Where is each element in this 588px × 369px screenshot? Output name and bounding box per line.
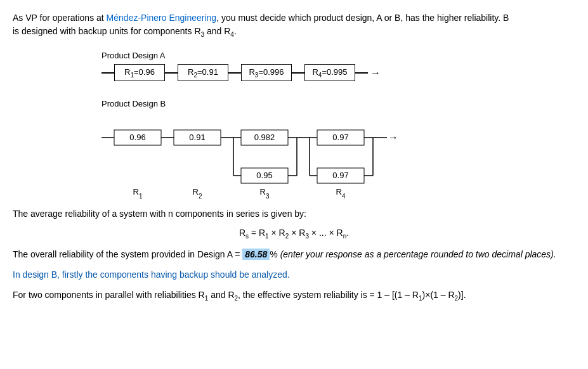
svg-text:0.97: 0.97 (332, 171, 348, 180)
svg-text:R3: R3 (260, 187, 270, 200)
intro-text3: is designed with backup units for compon… (13, 26, 201, 36)
series-text: The average reliability of a system with… (13, 207, 575, 221)
line-a3 (292, 72, 304, 74)
design-a-label: Product Design A (101, 51, 575, 60)
reliability-paragraph: The overall reliability of the system pr… (13, 247, 575, 261)
svg-text:R4: R4 (336, 187, 346, 200)
line-a2 (228, 72, 241, 74)
svg-text:0.96: 0.96 (129, 133, 145, 142)
design-b-text: In design B, firstly the components havi… (13, 268, 575, 282)
reliability-value: 86.58 (242, 249, 270, 260)
intro-text1: As VP for operations at (13, 13, 107, 23)
pf-text5: )]. (458, 290, 466, 300)
design-a-comp4: R4=0.995 (304, 64, 355, 82)
intro-text4: and R (204, 26, 230, 36)
pf-text4: )×(1 – R (422, 290, 455, 300)
design-a-section: Product Design A R1=0.96 R2=0.91 R3=0.99… (101, 51, 575, 82)
svg-text:0.97: 0.97 (332, 133, 348, 142)
pf-text1: For two components in parallel with reli… (13, 290, 205, 300)
svg-text:R2: R2 (193, 187, 202, 200)
intro-paragraph: As VP for operations at Méndez-Pinero En… (13, 11, 575, 39)
svg-text:0.95: 0.95 (256, 171, 272, 180)
design-b-section: Product Design B 0.96 0.91 0.982 0.95 (101, 99, 575, 203)
design-b-label: Product Design B (101, 99, 575, 108)
formula-display: Rs = R1 × R2 × R3 × ... × Rn. (13, 228, 575, 240)
reliability-italic: (enter your response as a percentage rou… (280, 249, 556, 259)
svg-text:R1: R1 (133, 187, 143, 200)
pf-text2: and R (208, 290, 234, 300)
arrow-end-a: → (370, 67, 381, 79)
design-a-diagram: R1=0.96 R2=0.91 R3=0.996 R4=0.995 → (101, 64, 575, 82)
parallel-formula-text: For two components in parallel with reli… (13, 288, 575, 304)
svg-text:0.91: 0.91 (189, 133, 205, 142)
intro-text5: . (234, 26, 237, 36)
svg-text:→: → (388, 132, 398, 143)
reliability-text1: The overall reliability of the system pr… (13, 249, 242, 259)
reliability-text2: % (270, 249, 280, 259)
line-a4 (355, 72, 368, 74)
intro-text2: , you must decide which product design, … (216, 13, 509, 23)
svg-text:0.982: 0.982 (254, 133, 275, 142)
design-a-comp3: R3=0.996 (241, 64, 292, 82)
pf-text3: , the effective system reliability is = … (238, 290, 419, 300)
design-b-diagram: 0.96 0.91 0.982 0.95 0.97 (101, 112, 431, 201)
design-a-comp2: R2=0.91 (178, 64, 228, 82)
design-a-comp1: R1=0.96 (114, 64, 165, 82)
company-name: Méndez-Pinero Engineering (107, 13, 217, 23)
line-start-a (101, 72, 114, 74)
line-a1 (165, 72, 178, 74)
